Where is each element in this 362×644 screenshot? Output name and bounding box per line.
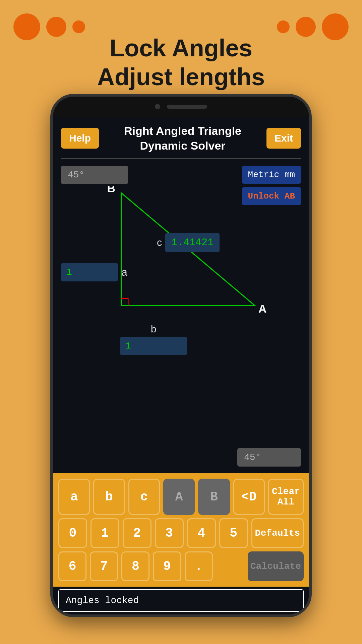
headline-line1: Lock Angles: [0, 34, 362, 62]
key-2[interactable]: 2: [123, 518, 152, 548]
calculate-button[interactable]: Calculate: [248, 551, 304, 581]
key-dot[interactable]: .: [185, 551, 213, 581]
key-9[interactable]: 9: [153, 551, 181, 581]
phone-top-bar: [53, 97, 309, 117]
dot-right-1: [277, 20, 290, 33]
status-bar: Angles locked: [58, 589, 304, 612]
keypad-row-1: a b c A B <D Clear All: [58, 479, 304, 515]
side-b-input[interactable]: [120, 337, 187, 355]
triangle-diagram: B A: [80, 186, 282, 327]
key-B[interactable]: B: [198, 479, 230, 515]
side-a-container: a: [61, 263, 127, 281]
key-0[interactable]: 0: [58, 518, 87, 548]
dot-left-3: [72, 20, 85, 33]
key-7[interactable]: 7: [90, 551, 118, 581]
camera-dot: [155, 104, 160, 109]
key-b[interactable]: b: [93, 479, 125, 515]
key-1[interactable]: 1: [90, 518, 119, 548]
key-6[interactable]: 6: [58, 551, 86, 581]
status-text: Angles locked: [66, 595, 139, 606]
app-title-line1: Right Angled Triangle: [124, 123, 241, 138]
keypad-row-3: 6 7 8 9 . Calculate: [58, 551, 304, 581]
triangle-area: 45° Metric mm Unlock AB B A: [53, 159, 309, 473]
defaults-button[interactable]: Defaults: [251, 518, 304, 548]
side-c-label: c: [157, 237, 162, 248]
key-3[interactable]: 3: [155, 518, 184, 548]
key-a[interactable]: a: [58, 479, 90, 515]
speaker-bar: [167, 105, 207, 109]
side-b-container: b: [120, 323, 187, 355]
headline-line2: Adjust lengths: [0, 62, 362, 91]
key-empty: [216, 551, 244, 581]
help-button[interactable]: Help: [61, 128, 99, 149]
headline: Lock Angles Adjust lengths: [0, 34, 362, 92]
key-8[interactable]: 8: [121, 551, 149, 581]
side-a-input[interactable]: [61, 263, 118, 281]
app-screen: Help Right Angled Triangle Dynamic Solve…: [53, 117, 309, 614]
key-c[interactable]: c: [128, 479, 160, 515]
key-4[interactable]: 4: [187, 518, 216, 548]
app-title: Right Angled Triangle Dynamic Solver: [124, 123, 241, 153]
side-b-label: b: [151, 323, 157, 335]
key-A[interactable]: A: [163, 479, 195, 515]
side-c-container: c 1.41421: [157, 233, 220, 252]
clear-all-button[interactable]: Clear All: [268, 479, 304, 515]
angle-top-left-display: 45°: [61, 166, 128, 184]
key-5[interactable]: 5: [219, 518, 248, 548]
svg-text:B: B: [107, 186, 115, 195]
svg-text:A: A: [258, 303, 266, 315]
side-a-label: a: [121, 266, 127, 278]
metric-button[interactable]: Metric mm: [242, 166, 301, 184]
exit-button[interactable]: Exit: [266, 128, 301, 149]
phone-device: Help Right Angled Triangle Dynamic Solve…: [50, 94, 312, 617]
triangle-svg: B A: [80, 186, 282, 327]
angle-bottom-right-display: 45°: [237, 448, 301, 467]
app-title-line2: Dynamic Solver: [124, 138, 241, 153]
key-less-d[interactable]: <D: [233, 479, 265, 515]
keypad: a b c A B <D Clear All 0 1 2 3 4 5 Defau…: [53, 473, 309, 587]
side-c-display: 1.41421: [165, 233, 220, 252]
keypad-row-2: 0 1 2 3 4 5 Defaults: [58, 518, 304, 548]
app-header: Help Right Angled Triangle Dynamic Solve…: [53, 117, 309, 158]
